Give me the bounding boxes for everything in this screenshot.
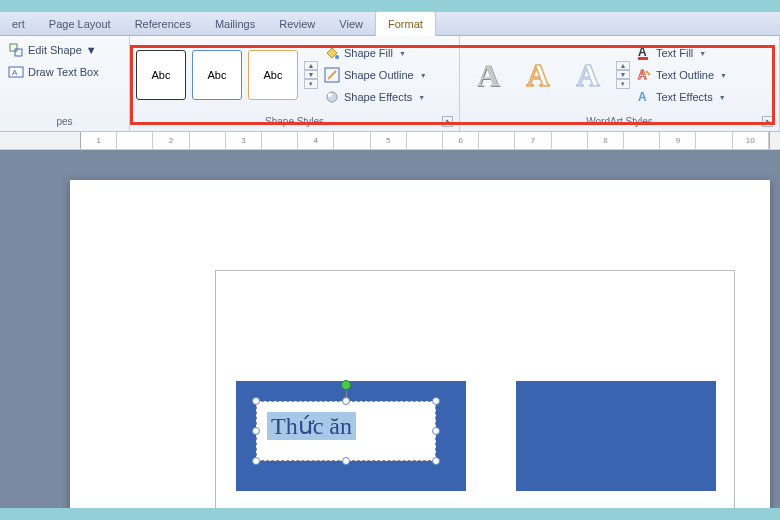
- shape-fill-label: Shape Fill: [344, 47, 393, 59]
- wa-gallery-scroll[interactable]: ▲▼▾: [616, 61, 630, 89]
- shape-fill-button[interactable]: Shape Fill▼: [322, 43, 429, 63]
- svg-point-6: [327, 92, 337, 102]
- svg-text:A: A: [638, 45, 647, 59]
- gallery-scroll[interactable]: ▲▼▾: [304, 61, 318, 89]
- edit-shape-icon: [8, 42, 24, 58]
- draw-text-box-label: Draw Text Box: [28, 66, 99, 78]
- effects-icon: [324, 89, 340, 105]
- dialog-launcher-icon[interactable]: ⬊: [762, 116, 773, 127]
- tab-review[interactable]: Review: [267, 12, 327, 35]
- chevron-down-icon: ▼: [719, 94, 726, 101]
- svg-text:A: A: [638, 90, 647, 104]
- chevron-down-icon: ▼: [699, 50, 706, 57]
- wordart-style-1[interactable]: A: [466, 53, 510, 97]
- shape-rectangle-2[interactable]: [516, 381, 716, 491]
- chevron-down-icon: ▼: [420, 72, 427, 79]
- group-wordart-styles: A A A ▲▼▾ A Text Fill▼ A Text Outline▼ A…: [460, 36, 780, 131]
- text-outline-label: Text Outline: [656, 69, 714, 81]
- resize-handle[interactable]: [252, 397, 260, 405]
- rotation-handle[interactable]: [341, 380, 351, 390]
- group-label-shape-styles: Shape Styles⬊: [136, 114, 453, 129]
- horizontal-ruler[interactable]: 12345678910: [0, 132, 780, 150]
- svg-text:A: A: [12, 68, 18, 77]
- chevron-down-icon: ▼: [399, 50, 406, 57]
- text-fill-icon: A: [636, 45, 652, 61]
- text-outline-icon: A: [636, 67, 652, 83]
- edit-shape-button[interactable]: Edit Shape▼: [6, 40, 123, 60]
- resize-handle[interactable]: [432, 397, 440, 405]
- text-outline-button[interactable]: A Text Outline▼: [634, 65, 729, 85]
- drawing-canvas[interactable]: Thức ăn: [215, 270, 735, 508]
- svg-text:A: A: [638, 68, 647, 82]
- group-shape-styles: Abc Abc Abc ▲▼▾ Shape Fill▼ Shape Outlin…: [130, 36, 460, 131]
- ribbon: Edit Shape▼ A Draw Text Box pes Abc Abc …: [0, 36, 780, 132]
- resize-handle[interactable]: [252, 427, 260, 435]
- text-box-icon: A: [8, 64, 24, 80]
- shape-style-1[interactable]: Abc: [136, 50, 186, 100]
- edit-shape-label: Edit Shape: [28, 44, 82, 56]
- resize-handle[interactable]: [342, 397, 350, 405]
- ribbon-tabs: ert Page Layout References Mailings Revi…: [0, 12, 780, 36]
- resize-handle[interactable]: [342, 457, 350, 465]
- svg-rect-1: [15, 49, 22, 56]
- textbox-text[interactable]: Thức ăn: [267, 412, 356, 440]
- resize-handle[interactable]: [432, 427, 440, 435]
- pencil-outline-icon: [324, 67, 340, 83]
- paint-bucket-icon: [324, 45, 340, 61]
- shape-effects-button[interactable]: Shape Effects▼: [322, 87, 429, 107]
- chevron-down-icon: ▼: [418, 94, 425, 101]
- tab-mailings[interactable]: Mailings: [203, 12, 267, 35]
- shape-style-gallery[interactable]: Abc Abc Abc ▲▼▾: [136, 40, 318, 110]
- dialog-launcher-icon[interactable]: ⬊: [442, 116, 453, 127]
- wordart-style-3[interactable]: A: [566, 53, 610, 97]
- tab-page-layout[interactable]: Page Layout: [37, 12, 123, 35]
- shape-style-3[interactable]: Abc: [248, 50, 298, 100]
- group-label-wordart: WordArt Styles⬊: [466, 114, 773, 129]
- group-insert-shapes: Edit Shape▼ A Draw Text Box pes: [0, 36, 130, 131]
- textbox-selected[interactable]: Thức ăn: [256, 401, 436, 461]
- tab-references[interactable]: References: [123, 12, 203, 35]
- text-fill-button[interactable]: A Text Fill▼: [634, 43, 729, 63]
- wordart-style-2[interactable]: A: [516, 53, 560, 97]
- svg-rect-9: [638, 57, 648, 60]
- shape-effects-label: Shape Effects: [344, 91, 412, 103]
- text-fill-label: Text Fill: [656, 47, 693, 59]
- document-area[interactable]: Thức ăn: [0, 150, 780, 508]
- chevron-down-icon: ▼: [86, 44, 97, 56]
- chevron-down-icon: ▼: [720, 72, 727, 79]
- shape-style-2[interactable]: Abc: [192, 50, 242, 100]
- resize-handle[interactable]: [432, 457, 440, 465]
- shape-outline-button[interactable]: Shape Outline▼: [322, 65, 429, 85]
- page: Thức ăn: [70, 180, 770, 508]
- tab-view[interactable]: View: [327, 12, 375, 35]
- group-label-shapes: pes: [6, 114, 123, 129]
- shape-outline-label: Shape Outline: [344, 69, 414, 81]
- wordart-gallery[interactable]: A A A ▲▼▾: [466, 40, 630, 110]
- svg-rect-0: [10, 44, 17, 51]
- svg-point-4: [335, 55, 339, 59]
- text-effects-label: Text Effects: [656, 91, 713, 103]
- tab-insert[interactable]: ert: [0, 12, 37, 35]
- resize-handle[interactable]: [252, 457, 260, 465]
- svg-point-7: [328, 93, 332, 97]
- draw-text-box-button[interactable]: A Draw Text Box: [6, 62, 123, 82]
- tab-format[interactable]: Format: [375, 11, 436, 36]
- text-effects-icon: A: [636, 89, 652, 105]
- text-effects-button[interactable]: A Text Effects▼: [634, 87, 729, 107]
